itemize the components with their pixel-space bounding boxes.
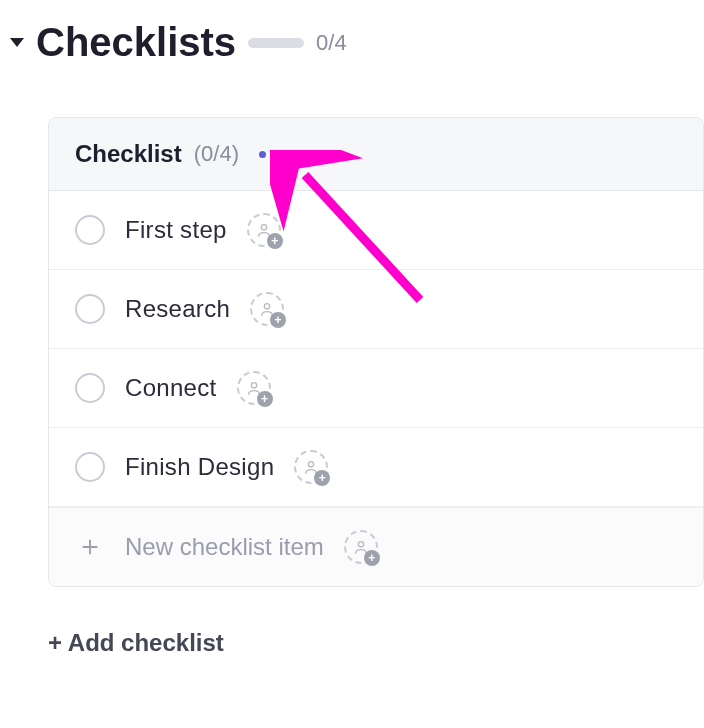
new-item-row[interactable]: New checklist item +	[49, 507, 703, 586]
plus-badge-icon: +	[314, 470, 330, 486]
item-checkbox[interactable]	[75, 373, 105, 403]
item-label: First step	[125, 216, 227, 244]
item-checkbox[interactable]	[75, 215, 105, 245]
checklist-count: (0/4)	[194, 141, 239, 167]
checklist-item-row[interactable]: Finish Design +	[49, 428, 703, 507]
checklist-item-row[interactable]: Research +	[49, 270, 703, 349]
add-checklist-button[interactable]: + Add checklist	[48, 629, 224, 657]
progress-text: 0/4	[316, 30, 347, 56]
svg-point-3	[309, 462, 314, 467]
caret-down-icon[interactable]	[10, 38, 24, 47]
more-options-button[interactable]	[255, 147, 294, 162]
svg-point-6	[358, 542, 363, 547]
svg-point-1	[264, 304, 269, 309]
checklist-title: Checklist	[75, 140, 182, 168]
item-label: Research	[125, 295, 230, 323]
section-title: Checklists	[36, 20, 236, 65]
plus-icon	[75, 532, 105, 562]
item-label: Connect	[125, 374, 217, 402]
checklist-header: Checklist (0/4)	[49, 118, 703, 191]
checklist-card: Checklist (0/4) First step + Research + …	[48, 117, 704, 587]
assign-user-button[interactable]: +	[294, 450, 328, 484]
plus-badge-icon: +	[270, 312, 286, 328]
item-label: Finish Design	[125, 453, 274, 481]
assign-user-button[interactable]: +	[237, 371, 271, 405]
checklist-item-row[interactable]: Connect +	[49, 349, 703, 428]
item-checkbox[interactable]	[75, 452, 105, 482]
svg-point-2	[251, 383, 256, 388]
checklist-item-row[interactable]: First step +	[49, 191, 703, 270]
assign-user-button[interactable]: +	[344, 530, 378, 564]
plus-badge-icon: +	[267, 233, 283, 249]
progress-bar	[248, 38, 304, 48]
svg-point-0	[261, 225, 266, 230]
plus-badge-icon: +	[257, 391, 273, 407]
section-header: Checklists 0/4	[0, 20, 704, 65]
assign-user-button[interactable]: +	[247, 213, 281, 247]
plus-badge-icon: +	[364, 550, 380, 566]
item-checkbox[interactable]	[75, 294, 105, 324]
assign-user-button[interactable]: +	[250, 292, 284, 326]
new-item-placeholder: New checklist item	[125, 533, 324, 561]
